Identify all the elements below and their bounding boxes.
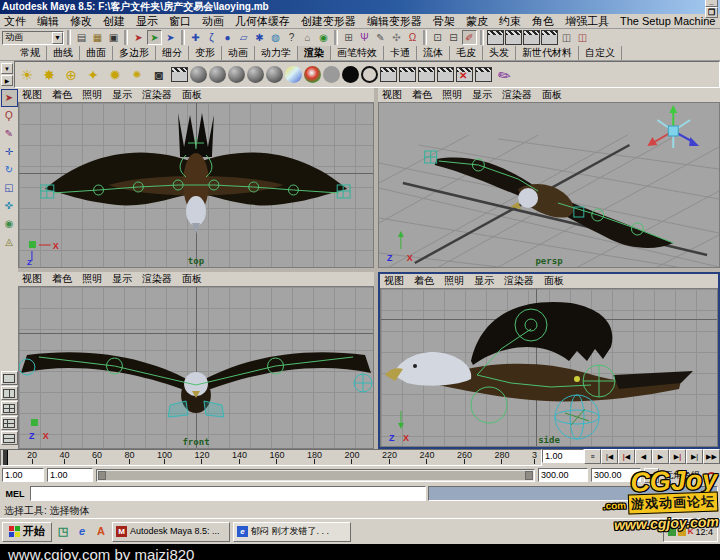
step-forward-button[interactable]: ▶|	[669, 449, 686, 464]
construction-history-icon[interactable]: ✎	[373, 30, 388, 45]
shelf-options-icon[interactable]: ▶	[1, 75, 13, 86]
viewport-front-canvas[interactable]: ZX front	[18, 286, 374, 449]
select-tool[interactable]: ➤	[1, 89, 18, 107]
viewport-menu-view[interactable]: 视图	[382, 88, 402, 102]
layout-persp-graph[interactable]	[1, 431, 18, 445]
select-by-object-icon[interactable]: ➤	[147, 30, 162, 45]
quicklaunch-icon-2[interactable]: e	[74, 524, 90, 540]
shelf-tab-toon[interactable]: 卡通	[384, 46, 417, 60]
viewport-side-canvas[interactable]: ZX side	[380, 288, 718, 447]
command-shell-icon[interactable]: ⊟	[446, 30, 461, 45]
go-to-end-button[interactable]: ▶▶	[703, 449, 720, 464]
shelf-tab-general[interactable]: 常规	[14, 46, 47, 60]
highlight-selection-icon[interactable]: ◉	[316, 30, 331, 45]
tray-icon-3[interactable]: K	[688, 527, 694, 536]
viewport-menu-shading[interactable]: 着色	[52, 88, 72, 102]
menu-modify[interactable]: 修改	[70, 14, 92, 29]
blinn-material-icon[interactable]	[209, 66, 226, 83]
menu-create-deformers[interactable]: 创建变形器	[301, 14, 356, 29]
snap-magnet-icon[interactable]: Ω	[405, 30, 420, 45]
time-slider[interactable]: 20 40 60 80 100 120 140 160 180 200 220 …	[0, 449, 542, 466]
viewport-menu-panels[interactable]: 面板	[182, 88, 202, 102]
minimize-button[interactable]: _	[705, 0, 718, 7]
area-light-icon[interactable]: ⊕	[61, 65, 81, 85]
viewport-menu-lighting[interactable]: 照明	[82, 88, 102, 102]
menu-geometry-cache[interactable]: 几何体缓存	[235, 14, 290, 29]
snap-to-point-icon[interactable]: ●	[220, 30, 235, 45]
layout-two-panes[interactable]	[1, 386, 18, 400]
anisotropic-material-icon[interactable]	[190, 66, 207, 83]
taskbar-item-maya[interactable]: M Autodesk Maya 8.5: ...	[112, 522, 230, 542]
layout-single-pane[interactable]	[1, 371, 18, 385]
viewport-menu-show[interactable]: 显示	[112, 272, 132, 286]
soft-modification-tool[interactable]: ◉	[1, 215, 18, 233]
shelf-tab-hair[interactable]: 头发	[483, 46, 516, 60]
snap-to-view-plane-icon[interactable]: ▱	[236, 30, 251, 45]
viewport-top-canvas[interactable]: X Z top	[18, 102, 374, 268]
rotate-tool[interactable]: ↻	[1, 161, 18, 179]
hypergraph-icon[interactable]: ✣	[389, 30, 404, 45]
viewport-persp-canvas[interactable]: ZX persp	[378, 102, 720, 268]
ipr-render-shelf-icon[interactable]	[418, 67, 435, 82]
quicklaunch-icon-1[interactable]: ◳	[55, 524, 71, 540]
tray-icon-2[interactable]	[678, 528, 686, 536]
shelf-tab-deformation[interactable]: 变形	[189, 46, 222, 60]
viewport-menu-lighting[interactable]: 照明	[442, 88, 462, 102]
viewport-menu-shading[interactable]: 着色	[412, 88, 432, 102]
render-view-shelf-icon[interactable]	[380, 67, 397, 82]
render-current-frame-shelf-icon[interactable]	[399, 67, 416, 82]
use-background-icon[interactable]	[323, 66, 340, 83]
show-manipulator-tool[interactable]: ◬	[1, 233, 18, 251]
render-current-frame-icon[interactable]	[505, 30, 522, 45]
shelf-tab-fur[interactable]: 毛皮	[450, 46, 483, 60]
current-time-field[interactable]	[542, 449, 584, 463]
menu-character[interactable]: 角色	[532, 14, 554, 29]
snap-to-surface-icon[interactable]: ✱	[252, 30, 267, 45]
camera-icon[interactable]: ◙	[149, 65, 169, 85]
menu-bonus-tools[interactable]: 增强工具	[565, 14, 609, 29]
menu-edit-deformers[interactable]: 编辑变形器	[367, 14, 422, 29]
viewport-menu-show[interactable]: 显示	[112, 88, 132, 102]
viewport-menu-view[interactable]: 视图	[22, 272, 42, 286]
viewport-menu-view[interactable]: 视图	[384, 274, 404, 288]
range-slider-bar[interactable]	[98, 471, 533, 480]
character-set-menu-arrow[interactable]: ▼	[644, 468, 659, 483]
output-connections-icon[interactable]: Ψ	[357, 30, 372, 45]
select-by-component-icon[interactable]: ➤	[163, 30, 178, 45]
surface-shader-icon[interactable]	[342, 66, 359, 83]
menu-animate[interactable]: 动画	[202, 14, 224, 29]
directional-light-icon[interactable]: ✸	[39, 65, 59, 85]
snap-to-grid-icon[interactable]: ✚	[188, 30, 203, 45]
scale-tool[interactable]: ◱	[1, 179, 18, 197]
render-settings-icon[interactable]	[541, 30, 558, 45]
shelf-tab-custom[interactable]: 自定义	[579, 46, 622, 60]
viewport-menu-renderer[interactable]: 渲染器	[502, 88, 532, 102]
viewport-menu-panels[interactable]: 面板	[544, 274, 564, 288]
animation-preferences-button[interactable]: ≡	[584, 449, 601, 464]
quick-render-icon[interactable]: ✐	[462, 30, 477, 45]
command-line-input[interactable]	[30, 486, 426, 501]
lock-selection-icon[interactable]: ⌂	[300, 30, 315, 45]
viewport-menu-renderer[interactable]: 渲染器	[142, 88, 172, 102]
point-light-icon[interactable]: ✺	[127, 65, 147, 85]
input-connections-icon[interactable]: ⊞	[341, 30, 356, 45]
auto-keyframe-icon[interactable]	[705, 469, 718, 482]
render-view-icon[interactable]	[487, 30, 504, 45]
shelf-tab-animation[interactable]: 动画	[222, 46, 255, 60]
menuset-dropdown-arrow[interactable]: ▼	[52, 32, 63, 44]
playback-end-field[interactable]	[538, 468, 588, 482]
shelf-tab-dynamics[interactable]: 动力学	[255, 46, 298, 60]
cancel-batch-render-icon[interactable]	[456, 67, 473, 82]
shelf-tab-polygons[interactable]: 多边形	[113, 46, 156, 60]
move-tool[interactable]: ✛	[1, 143, 18, 161]
viewport-menu-renderer[interactable]: 渲染器	[142, 272, 172, 286]
paint-effects-icon[interactable]: ✎	[490, 61, 518, 88]
viewport-menu-show[interactable]: 显示	[472, 88, 492, 102]
shelf-tab-subdivs[interactable]: 细分	[156, 46, 189, 60]
current-frame-marker[interactable]	[3, 450, 8, 465]
menu-constrain[interactable]: 约束	[499, 14, 521, 29]
shading-map-icon[interactable]	[361, 66, 378, 83]
quicklaunch-icon-3[interactable]: A	[93, 524, 109, 540]
viewport-menu-show[interactable]: 显示	[474, 274, 494, 288]
menu-file[interactable]: 文件	[4, 14, 26, 29]
